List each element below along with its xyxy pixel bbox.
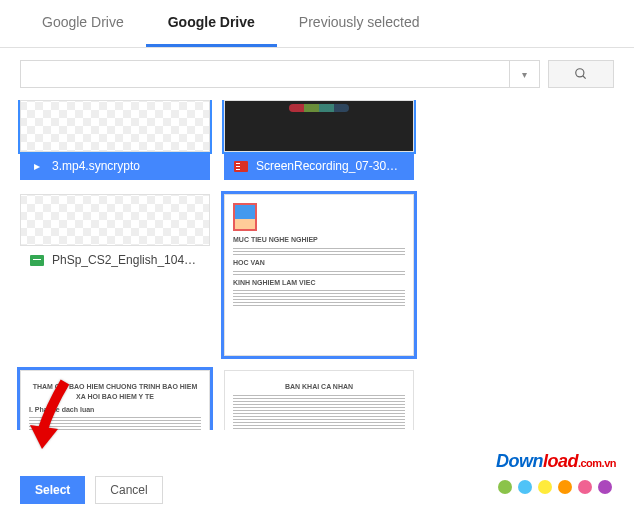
- file-caption: ▸ 3.mp4.syncrypto: [20, 152, 210, 180]
- select-button[interactable]: Select: [20, 476, 85, 504]
- file-grid: ▸ 3.mp4.syncrypto ScreenRecording_07-30……: [0, 100, 634, 430]
- search-icon: [574, 67, 588, 81]
- doc-preview: THAM GIA BAO HIEM CHUONG TRINH BAO HIEM …: [21, 371, 209, 430]
- file-item[interactable]: BAN KHAI CA NHAN PDF: [224, 370, 414, 430]
- file-caption: ScreenRecording_07-30…: [224, 152, 414, 180]
- svg-rect-5: [236, 169, 240, 170]
- file-name: PhSp_CS2_English_104…: [52, 253, 196, 267]
- svg-rect-7: [33, 259, 41, 260]
- tab-previous[interactable]: Previously selected: [277, 0, 442, 47]
- file-item[interactable]: PhSp_CS2_English_104…: [20, 194, 210, 356]
- svg-line-1: [583, 76, 586, 79]
- search-input[interactable]: ▾: [20, 60, 540, 88]
- file-item[interactable]: ▸ 3.mp4.syncrypto: [20, 100, 210, 180]
- file-caption: PhSp_CS2_English_104…: [20, 246, 210, 274]
- file-thumbnail: [20, 100, 210, 152]
- svg-rect-4: [236, 166, 240, 167]
- file-thumbnail: [20, 194, 210, 246]
- search-dropdown[interactable]: ▾: [509, 61, 539, 87]
- svg-rect-6: [30, 255, 44, 266]
- file-item[interactable]: THAM GIA BAO HIEM CHUONG TRINH BAO HIEM …: [20, 370, 210, 430]
- doc-preview: MUC TIEU NGHE NGHIEP HOC VAN KINH NGHIEM…: [225, 195, 413, 316]
- tab-drive2[interactable]: Google Drive: [146, 0, 277, 47]
- play-icon: ▸: [30, 159, 44, 173]
- tabs-row: Google Drive Google Drive Previously sel…: [0, 0, 634, 48]
- doc-preview: BAN KHAI CA NHAN: [225, 371, 413, 430]
- watermark-logo: Download.com.vn: [496, 451, 616, 472]
- search-button[interactable]: [548, 60, 614, 88]
- file-item[interactable]: MUC TIEU NGHE NGHIEP HOC VAN KINH NGHIEM…: [224, 194, 414, 356]
- search-row: ▾: [0, 48, 634, 100]
- archive-icon: [30, 253, 44, 267]
- video-icon: [234, 159, 248, 173]
- file-name: 3.mp4.syncrypto: [52, 159, 140, 173]
- cancel-button[interactable]: Cancel: [95, 476, 162, 504]
- svg-rect-3: [236, 163, 240, 164]
- watermark-dots: [498, 480, 612, 494]
- tab-drive1[interactable]: Google Drive: [20, 0, 146, 47]
- file-item[interactable]: ScreenRecording_07-30…: [224, 100, 414, 180]
- file-thumbnail: [224, 100, 414, 152]
- file-name: ScreenRecording_07-30…: [256, 159, 398, 173]
- svg-point-0: [576, 69, 584, 77]
